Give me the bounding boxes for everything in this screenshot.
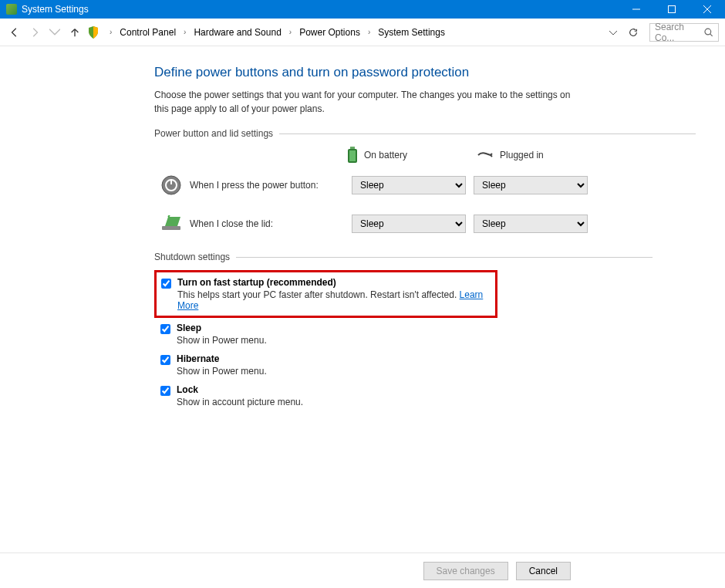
highlight-box: Turn on fast startup (recommended) This … (154, 270, 497, 318)
lock-checkbox[interactable] (160, 386, 170, 396)
lid-battery-select[interactable]: Sleep (352, 215, 466, 233)
svg-rect-6 (350, 147, 355, 149)
chevron-right-icon: › (106, 28, 115, 36)
forward-button[interactable] (26, 24, 43, 41)
power-button-label: When I press the power button: (190, 180, 344, 191)
address-dropdown[interactable] (605, 27, 622, 38)
lid-row: When I close the lid: Sleep Sleep (154, 213, 725, 235)
recent-dropdown[interactable] (46, 24, 63, 41)
back-button[interactable] (6, 24, 23, 41)
breadcrumb: › Control Panel › Hardware and Sound › P… (103, 25, 602, 39)
refresh-button[interactable] (625, 24, 642, 41)
mode-header: On battery Plugged in (347, 147, 725, 164)
shutdown-list: Turn on fast startup (recommended) This … (154, 270, 725, 407)
search-icon (704, 28, 713, 37)
titlebar: System Settings (0, 0, 725, 19)
power-button-battery-select[interactable]: Sleep (352, 176, 466, 194)
cancel-button[interactable]: Cancel (516, 562, 571, 580)
chevron-right-icon: › (365, 28, 373, 36)
lock-title: Lock (177, 384, 303, 395)
search-placeholder: Search Co... (655, 22, 704, 43)
mode-plugged-label: Plugged in (500, 150, 544, 161)
sleep-checkbox[interactable] (160, 324, 170, 334)
page-heading: Define power buttons and turn on passwor… (154, 65, 725, 80)
power-button-plugged-select[interactable]: Sleep (474, 176, 588, 194)
laptop-icon (160, 213, 182, 235)
fast-startup-checkbox[interactable] (161, 279, 171, 289)
battery-icon (347, 147, 358, 164)
hibernate-title: Hibernate (177, 353, 267, 364)
chevron-right-icon: › (180, 28, 189, 36)
up-button[interactable] (66, 24, 83, 41)
hibernate-checkbox[interactable] (160, 355, 170, 365)
svg-rect-1 (669, 6, 676, 13)
fast-startup-desc: This helps start your PC faster after sh… (177, 289, 491, 311)
svg-line-5 (710, 33, 713, 35)
maximize-button[interactable] (654, 0, 690, 19)
svg-rect-13 (162, 226, 180, 230)
breadcrumb-item[interactable]: System Settings (375, 25, 448, 39)
svg-point-4 (705, 29, 711, 35)
plug-icon (477, 150, 494, 160)
lock-desc: Show in account picture menu. (177, 397, 303, 407)
close-button[interactable] (690, 0, 725, 19)
power-button-row: When I press the power button: Sleep Sle… (154, 174, 725, 196)
sleep-title: Sleep (177, 323, 267, 333)
section-power-button: Power button and lid settings (154, 128, 725, 139)
power-icon (160, 174, 182, 196)
breadcrumb-item[interactable]: Control Panel (116, 25, 179, 39)
section-shutdown: Shutdown settings (154, 252, 725, 262)
fast-startup-title: Turn on fast startup (recommended) (177, 277, 491, 288)
breadcrumb-item[interactable]: Hardware and Sound (191, 25, 284, 39)
app-icon (6, 4, 17, 15)
lid-label: When I close the lid: (190, 218, 344, 229)
hibernate-desc: Show in Power menu. (177, 366, 267, 377)
mode-battery-label: On battery (364, 150, 407, 161)
breadcrumb-item[interactable]: Power Options (296, 25, 363, 39)
toolbar: › Control Panel › Hardware and Sound › P… (0, 19, 725, 46)
svg-rect-8 (349, 150, 356, 161)
sleep-desc: Show in Power menu. (177, 335, 267, 346)
search-input[interactable]: Search Co... (649, 23, 719, 42)
page-description: Choose the power settings that you want … (154, 88, 571, 116)
minimize-button[interactable] (619, 0, 654, 19)
content-area: Define power buttons and turn on passwor… (0, 46, 725, 553)
shield-icon (86, 25, 100, 39)
chevron-right-icon: › (286, 28, 295, 36)
footer: Save changes Cancel (0, 553, 725, 588)
lid-plugged-select[interactable]: Sleep (474, 215, 588, 233)
window-title: System Settings (22, 4, 89, 15)
save-button[interactable]: Save changes (423, 562, 508, 580)
